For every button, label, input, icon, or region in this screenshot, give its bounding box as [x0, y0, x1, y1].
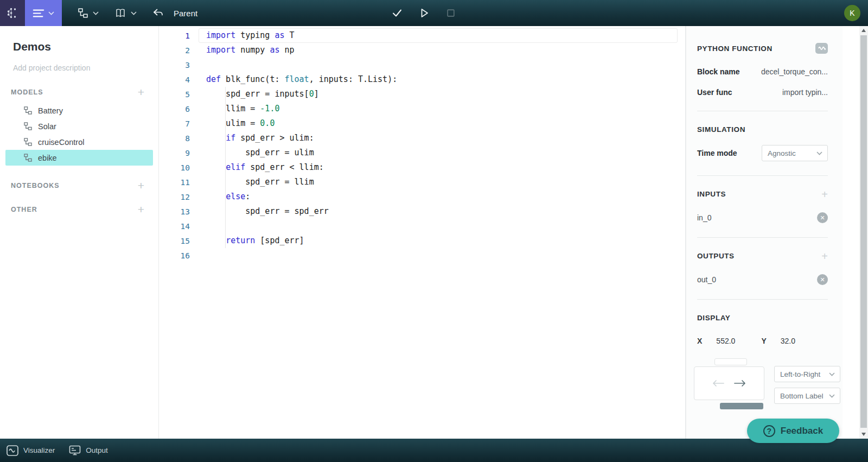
line-number: 12 — [159, 193, 190, 201]
output-label: Output — [86, 446, 108, 454]
time-mode-select[interactable]: Agnostic — [762, 145, 828, 161]
add-models-button[interactable]: + — [138, 88, 144, 96]
flip-direction-control[interactable] — [694, 366, 764, 400]
app-window: Parent K Demos Add projec — [0, 0, 868, 462]
code-text[interactable]: spd_err = spd_err — [206, 204, 329, 219]
direction-value: Left-to-Right — [780, 370, 820, 378]
code-line[interactable]: 7 ulim = 0.0 — [159, 116, 685, 131]
code-text[interactable]: spd_err = inputs[0] — [206, 87, 319, 102]
code-line[interactable]: 10 elif spd_err < llim: — [159, 160, 685, 175]
label-bottom-option-selected[interactable] — [720, 403, 763, 409]
add-output-button[interactable]: + — [821, 252, 828, 260]
user-func-value[interactable]: import typin... — [782, 88, 828, 97]
sidebar-item-Solar[interactable]: Solar — [5, 118, 153, 134]
project-menu-button[interactable] — [25, 0, 62, 26]
line-number: 11 — [159, 178, 190, 187]
inspector-scrollbar[interactable] — [859, 26, 868, 439]
parent-button[interactable]: Parent — [153, 9, 197, 18]
code-line[interactable]: 5 spd_err = inputs[0] — [159, 87, 685, 102]
code-text[interactable]: if spd_err > ulim: — [206, 131, 314, 145]
output-port-row: out_0✕ — [697, 274, 828, 285]
x-coordinate-value[interactable]: 552.0 — [716, 337, 735, 345]
indent-guide — [225, 102, 226, 116]
sidebar-item-ebike[interactable]: ebike — [5, 150, 153, 166]
delete-output-port-button[interactable]: ✕ — [817, 274, 828, 285]
block-name-value[interactable]: decel_torque_con... — [761, 67, 828, 76]
code-line[interactable]: 3 — [159, 58, 685, 72]
scroll-down-arrow-icon[interactable] — [861, 433, 866, 436]
sidebar-item-label: Solar — [38, 122, 56, 131]
divider — [697, 237, 828, 238]
code-line[interactable]: 9 spd_err = ulim — [159, 145, 685, 160]
code-line[interactable]: 12 else: — [159, 189, 685, 204]
code-line[interactable]: 14 — [159, 219, 685, 233]
time-mode-label: Time mode — [697, 149, 737, 157]
direction-select[interactable]: Left-to-Right — [774, 366, 840, 382]
sidebar-section-header-models: MODELS+ — [11, 88, 144, 96]
input-port-name[interactable]: in_0 — [697, 213, 711, 222]
line-number: 7 — [159, 119, 190, 128]
chevron-down-icon — [93, 11, 99, 15]
output-port-name[interactable]: out_0 — [697, 275, 716, 284]
y-coordinate-label: Y — [761, 337, 766, 345]
parent-label: Parent — [174, 9, 197, 18]
code-line[interactable]: 8 if spd_err > ulim: — [159, 131, 685, 145]
library-button[interactable] — [115, 8, 137, 18]
y-coordinate-value[interactable]: 32.0 — [781, 337, 795, 345]
line-number: 1 — [159, 31, 190, 40]
project-description-placeholder[interactable]: Add project description — [13, 64, 158, 72]
code-line[interactable]: 4def blk_func(t: float, inputs: T.List): — [159, 72, 685, 87]
code-text[interactable]: elif spd_err < llim: — [206, 160, 324, 175]
code-line[interactable]: 13 spd_err = spd_err — [159, 204, 685, 219]
tab-output[interactable]: Output — [69, 445, 108, 456]
add-other-button[interactable]: + — [138, 206, 144, 213]
add-notebooks-button[interactable]: + — [138, 182, 144, 189]
tab-visualizer[interactable]: Visualizer — [7, 445, 55, 456]
code-text[interactable]: import numpy as np — [206, 43, 295, 58]
code-line[interactable]: 1import typing as T — [159, 28, 685, 43]
add-input-button[interactable]: + — [821, 191, 828, 198]
model-switcher-button[interactable] — [78, 8, 99, 18]
code-text[interactable]: spd_err = llim — [206, 175, 314, 189]
scrollbar-thumb[interactable] — [860, 35, 867, 428]
code-text[interactable]: spd_err = ulim — [206, 145, 314, 160]
code-line[interactable]: 16 — [159, 248, 685, 263]
block-type-badge[interactable] — [815, 43, 828, 54]
code-line[interactable]: 11 spd_err = llim — [159, 175, 685, 189]
stop-icon — [446, 8, 456, 18]
model-icon — [24, 106, 32, 115]
code-text[interactable]: llim = -1.0 — [206, 102, 279, 116]
code-line[interactable]: 2import numpy as np — [159, 43, 685, 58]
model-tree-icon — [78, 8, 88, 18]
run-button[interactable] — [419, 8, 430, 18]
delete-input-port-button[interactable]: ✕ — [817, 212, 828, 223]
topbar: Parent K — [0, 0, 868, 26]
code-line[interactable]: 15 return [spd_err] — [159, 233, 685, 248]
line-number: 9 — [159, 149, 190, 157]
divider — [697, 111, 828, 111]
chevron-down-icon — [829, 394, 835, 398]
sidebar-item-cruiseControl[interactable]: cruiseControl — [5, 134, 153, 150]
check-model-button[interactable] — [392, 8, 403, 18]
avatar[interactable]: K — [844, 5, 860, 21]
label-top-option[interactable] — [714, 358, 747, 365]
line-number: 16 — [159, 251, 190, 260]
code-text[interactable]: else: — [206, 189, 250, 204]
label-position-select[interactable]: Bottom Label — [774, 388, 840, 404]
code-text[interactable]: return [spd_err] — [206, 233, 304, 248]
code-text[interactable]: def blk_func(t: float, inputs: T.List): — [206, 72, 397, 87]
sidebar-item-Battery[interactable]: Battery — [5, 103, 153, 118]
line-number: 10 — [159, 163, 190, 172]
code-editor[interactable]: 1import typing as T2import numpy as np34… — [159, 26, 686, 439]
app-logo-button[interactable] — [0, 0, 25, 26]
code-line[interactable]: 6 llim = -1.0 — [159, 102, 685, 116]
input-port-row: in_0✕ — [697, 212, 828, 223]
feedback-button[interactable]: ? Feedback — [747, 419, 839, 443]
line-number: 4 — [159, 75, 190, 84]
code-text[interactable]: ulim = 0.0 — [206, 116, 275, 131]
sidebar-section-label: OTHER — [11, 206, 37, 213]
stop-button[interactable] — [446, 8, 456, 18]
code-text[interactable]: import typing as T — [206, 28, 295, 43]
sidebar-item-label: Battery — [38, 106, 63, 115]
scroll-up-arrow-icon[interactable] — [861, 29, 866, 32]
